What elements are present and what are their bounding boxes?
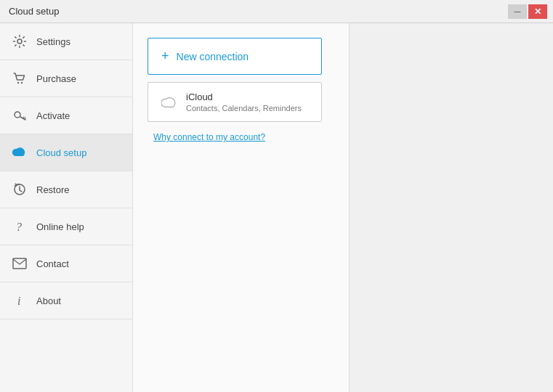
help-icon: ?	[12, 219, 28, 234]
svg-point-1	[17, 82, 19, 83]
sidebar-label-online-help: Online help	[36, 221, 84, 232]
icloud-name: iCloud	[186, 91, 302, 102]
icloud-item[interactable]: iCloud Contacts, Calendars, Reminders	[148, 82, 322, 122]
info-icon: i	[12, 293, 28, 309]
sidebar-label-activate: Activate	[36, 110, 70, 121]
cloud-icon	[12, 144, 28, 160]
main-container: Settings Purchase Activat	[0, 23, 553, 392]
svg-rect-6	[13, 258, 26, 269]
sidebar-item-restore[interactable]: Restore	[0, 171, 132, 208]
cart-icon	[12, 70, 28, 86]
content-area: + New connection iCloud Contacts, Calend…	[133, 23, 350, 392]
mail-icon	[12, 256, 28, 271]
sidebar-item-contact[interactable]: Contact	[0, 245, 132, 282]
sidebar-label-about: About	[36, 295, 61, 306]
sidebar-item-online-help[interactable]: ? Online help	[0, 208, 132, 245]
sidebar-item-purchase[interactable]: Purchase	[0, 60, 132, 97]
sidebar-item-about[interactable]: i About	[0, 282, 132, 319]
sidebar-item-cloud-setup[interactable]: Cloud setup	[0, 134, 132, 171]
svg-point-0	[17, 39, 22, 44]
sidebar-label-purchase: Purchase	[36, 73, 76, 84]
sidebar-label-restore: Restore	[36, 184, 70, 195]
sidebar-item-activate[interactable]: Activate	[0, 97, 132, 134]
sidebar-label-settings: Settings	[36, 36, 70, 47]
new-connection-button[interactable]: + New connection	[148, 38, 322, 75]
window-title: Cloud setup	[9, 6, 59, 17]
minimize-button[interactable]: ─	[508, 4, 527, 19]
sidebar-label-contact: Contact	[36, 258, 69, 269]
sidebar-item-settings[interactable]: Settings	[0, 23, 132, 60]
title-bar: Cloud setup ─ ✕	[0, 0, 553, 23]
gear-icon	[12, 33, 28, 49]
right-panel	[350, 23, 553, 392]
icloud-cloud-icon	[161, 94, 177, 110]
svg-point-2	[21, 82, 23, 83]
restore-icon	[12, 181, 28, 197]
close-button[interactable]: ✕	[528, 4, 547, 19]
svg-text:?: ?	[16, 221, 22, 233]
svg-text:i: i	[17, 295, 20, 307]
sidebar: Settings Purchase Activat	[0, 23, 133, 392]
svg-point-3	[15, 112, 20, 118]
plus-icon: +	[161, 49, 169, 64]
key-icon	[12, 107, 28, 123]
icloud-details: Contacts, Calendars, Reminders	[186, 104, 302, 113]
why-connect-link[interactable]: Why connect to my account?	[153, 132, 334, 142]
window-controls: ─ ✕	[508, 4, 547, 19]
sidebar-label-cloud-setup: Cloud setup	[36, 147, 86, 158]
new-connection-label: New connection	[177, 51, 249, 62]
icloud-info: iCloud Contacts, Calendars, Reminders	[186, 91, 302, 113]
